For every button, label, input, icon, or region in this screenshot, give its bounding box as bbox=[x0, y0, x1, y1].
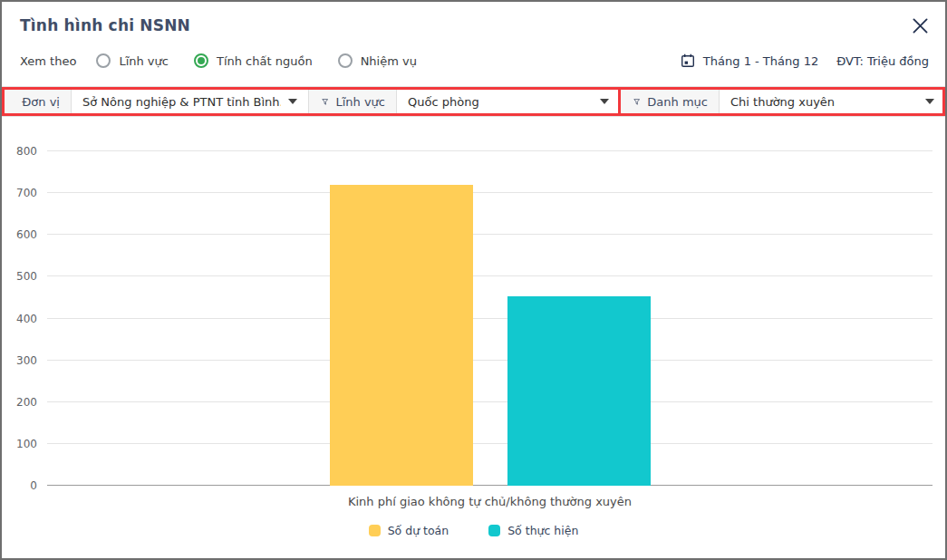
radio-linh-vuc[interactable]: Lĩnh vực bbox=[96, 53, 169, 68]
y-tick-label: 500 bbox=[16, 270, 37, 283]
bar-series-0 bbox=[330, 185, 473, 486]
filter-bar: Đơn vị Sở Nông nghiệp & PTNT tỉnh Bình..… bbox=[2, 86, 945, 117]
y-tick-label: 300 bbox=[16, 354, 37, 367]
y-tick-label: 200 bbox=[16, 396, 37, 409]
date-range[interactable]: Tháng 1 - Tháng 12 bbox=[703, 54, 818, 68]
x-axis-label: Kinh phí giao không tự chủ/không thường … bbox=[47, 495, 933, 508]
y-tick-label: 600 bbox=[16, 228, 37, 241]
period-group: Tháng 1 - Tháng 12 ĐVT: Triệu đồng bbox=[681, 53, 929, 68]
radio-icon bbox=[194, 53, 208, 68]
filter-group-don-vi: Đơn vị Sở Nông nghiệp & PTNT tỉnh Bình..… bbox=[2, 87, 308, 116]
radio-label: Lĩnh vực bbox=[119, 54, 169, 68]
radio-nhiem-vu[interactable]: Nhiệm vụ bbox=[338, 53, 417, 68]
filter-label-don-vi: Đơn vị bbox=[2, 87, 72, 116]
calendar-icon bbox=[681, 53, 695, 68]
y-tick-label: 100 bbox=[16, 438, 37, 450]
close-button[interactable] bbox=[909, 14, 931, 36]
dropdown-value: Chi thường xuyên bbox=[730, 95, 835, 109]
dropdown-value: Quốc phòng bbox=[408, 95, 479, 109]
subheader: Xem theo Lĩnh vực Tính chất nguồn Nhiệm … bbox=[20, 48, 929, 73]
budget-expenditure-dialog: Tình hình chi NSNN Xem theo Lĩnh vực Tín… bbox=[0, 0, 947, 560]
legend-marker-icon bbox=[488, 525, 500, 536]
filter-label-text: Danh mục bbox=[647, 95, 708, 109]
filter-group-danh-muc: Danh mục Chi thường xuyên bbox=[620, 87, 945, 116]
y-tick-label: 0 bbox=[30, 479, 37, 492]
y-tick-label: 400 bbox=[16, 313, 37, 325]
plot-area: 0100200300400500600700800 bbox=[47, 151, 933, 486]
radio-label: Nhiệm vụ bbox=[361, 54, 417, 68]
chart-legend: Số dự toánSố thực hiện bbox=[2, 524, 945, 537]
legend-label: Số thực hiện bbox=[507, 524, 578, 537]
radio-icon bbox=[96, 53, 111, 68]
chevron-down-icon bbox=[288, 99, 297, 104]
radio-label: Tính chất nguồn bbox=[217, 54, 313, 68]
chart-area: 0100200300400500600700800 Kinh phí giao … bbox=[2, 129, 945, 558]
page-title: Tình hình chi NSNN bbox=[20, 16, 190, 34]
filter-label-text: Lĩnh vực bbox=[335, 95, 385, 109]
radio-icon bbox=[338, 53, 353, 68]
radio-tinh-chat-nguon[interactable]: Tính chất nguồn bbox=[194, 53, 313, 68]
dropdown-value: Sở Nông nghiệp & PTNT tỉnh Bình... bbox=[82, 95, 281, 109]
dropdown-danh-muc[interactable]: Chi thường xuyên bbox=[720, 87, 945, 116]
close-icon bbox=[913, 18, 928, 34]
legend-marker-icon bbox=[369, 525, 381, 536]
filter-group-linh-vuc: Lĩnh vực Quốc phòng bbox=[308, 87, 620, 116]
filter-label-linh-vuc: Lĩnh vực bbox=[308, 87, 397, 116]
y-tick-label: 800 bbox=[16, 145, 37, 158]
filter-icon bbox=[322, 96, 328, 108]
legend-item[interactable]: Số dự toán bbox=[369, 524, 449, 537]
view-by-group: Xem theo Lĩnh vực Tính chất nguồn Nhiệm … bbox=[20, 53, 442, 68]
dropdown-don-vi[interactable]: Sở Nông nghiệp & PTNT tỉnh Bình... bbox=[72, 87, 308, 116]
legend-item[interactable]: Số thực hiện bbox=[488, 524, 578, 537]
legend-label: Số dự toán bbox=[388, 524, 449, 537]
bar-series-1 bbox=[507, 296, 651, 486]
dropdown-linh-vuc[interactable]: Quốc phòng bbox=[397, 87, 620, 116]
view-by-label: Xem theo bbox=[20, 54, 76, 68]
y-tick-label: 700 bbox=[16, 187, 37, 199]
filter-label-text: Đơn vị bbox=[22, 95, 60, 109]
chevron-down-icon bbox=[600, 99, 609, 104]
unit-label: ĐVT: Triệu đồng bbox=[836, 54, 929, 68]
chevron-down-icon bbox=[925, 99, 934, 104]
bars-group bbox=[47, 151, 933, 486]
filter-icon bbox=[633, 96, 640, 108]
filter-label-danh-muc: Danh mục bbox=[620, 87, 720, 116]
